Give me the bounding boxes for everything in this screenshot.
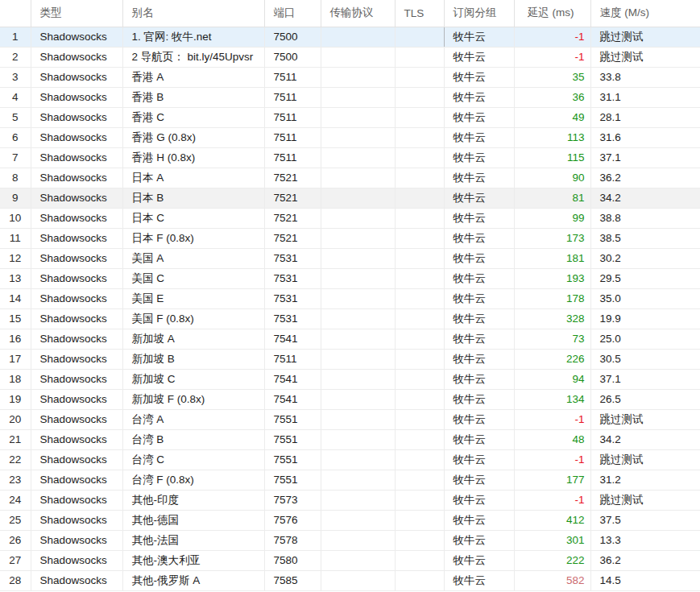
cell-latency: 36 [514, 87, 590, 107]
cell-type: Shadowsocks [31, 570, 122, 590]
table-row[interactable]: 11Shadowsocks日本 F (0.8x)7521牧牛云17338.5 [0, 228, 700, 248]
cell-type: Shadowsocks [31, 127, 122, 147]
column-header-transport[interactable]: 传输协议 [321, 0, 395, 27]
cell-port: 7551 [264, 429, 321, 449]
cell-transport [321, 530, 395, 550]
table-row[interactable]: 14Shadowsocks美国 E7531牧牛云17835.0 [0, 288, 700, 308]
cell-transport [321, 87, 395, 107]
cell-type: Shadowsocks [31, 449, 122, 470]
column-header-tls[interactable]: TLS [395, 0, 444, 27]
cell-index: 15 [0, 308, 31, 329]
cell-alias: 1. 官网: 牧牛.net [122, 27, 264, 47]
cell-speed: 36.2 [590, 550, 700, 570]
cell-port: 7521 [264, 208, 321, 228]
table-row[interactable]: 24Shadowsocks其他-印度7573牧牛云-1跳过测试 [0, 490, 700, 510]
column-header-speed[interactable]: 速度 (M/s) [590, 0, 700, 27]
cell-transport [321, 349, 395, 369]
cell-speed: 跳过测试 [590, 490, 700, 510]
cell-index: 24 [0, 490, 31, 510]
cell-transport [321, 449, 395, 470]
column-header-group[interactable]: 订阅分组 [444, 0, 514, 27]
table-row[interactable]: 26Shadowsocks其他-法国7578牧牛云30113.3 [0, 530, 700, 550]
cell-type: Shadowsocks [31, 490, 122, 510]
table-row[interactable]: 18Shadowsocks新加坡 C7541牧牛云9437.1 [0, 369, 700, 389]
cell-index: 11 [0, 228, 31, 248]
cell-transport [321, 409, 395, 429]
cell-index: 17 [0, 349, 31, 369]
cell-port: 7511 [264, 107, 321, 127]
cell-tls [395, 67, 444, 87]
table-row[interactable]: 4Shadowsocks香港 B7511牧牛云3631.1 [0, 87, 700, 107]
table-row[interactable]: 21Shadowsocks台湾 B7551牧牛云4834.2 [0, 429, 700, 449]
cell-speed: 26.5 [590, 389, 700, 409]
table-row[interactable]: 13Shadowsocks美国 C7531牧牛云19329.5 [0, 268, 700, 288]
cell-speed: 38.8 [590, 208, 700, 228]
cell-index: 22 [0, 449, 31, 470]
cell-tls [395, 369, 444, 389]
cell-tls [395, 510, 444, 530]
table-row[interactable]: 8Shadowsocks日本 A7521牧牛云9036.2 [0, 168, 700, 188]
table-row[interactable]: 17Shadowsocks新加坡 B7511牧牛云22630.5 [0, 349, 700, 369]
table-row[interactable]: 22Shadowsocks台湾 C7551牧牛云-1跳过测试 [0, 449, 700, 470]
column-header-alias[interactable]: 别名 [122, 0, 264, 27]
table-row[interactable]: 7Shadowsocks香港 H (0.8x)7511牧牛云11537.1 [0, 147, 700, 168]
cell-tls [395, 490, 444, 510]
column-header-latency[interactable]: 延迟 (ms) [514, 0, 590, 27]
table-row[interactable]: 12Shadowsocks美国 A7531牧牛云18130.2 [0, 248, 700, 268]
cell-port: 7521 [264, 168, 321, 188]
cell-index: 2 [0, 47, 31, 67]
cell-index: 16 [0, 329, 31, 349]
cell-alias: 美国 E [122, 288, 264, 308]
cell-port: 7576 [264, 510, 321, 530]
table-row[interactable]: 20Shadowsocks台湾 A7551牧牛云-1跳过测试 [0, 409, 700, 429]
cell-speed: 38.5 [590, 228, 700, 248]
table-row[interactable]: 28Shadowsocks其他-俄罗斯 A7585牧牛云58214.5 [0, 570, 700, 590]
cell-type: Shadowsocks [31, 308, 122, 329]
cell-type: Shadowsocks [31, 107, 122, 127]
table-row[interactable]: 5Shadowsocks香港 C7511牧牛云4928.1 [0, 107, 700, 127]
cell-alias: 新加坡 C [122, 369, 264, 389]
table-body: 1Shadowsocks1. 官网: 牧牛.net7500牧牛云-1跳过测试2S… [0, 27, 700, 590]
cell-group: 牧牛云 [444, 570, 514, 590]
table-row[interactable]: 3Shadowsocks香港 A7511牧牛云3533.8 [0, 67, 700, 87]
cell-speed: 31.6 [590, 127, 700, 147]
cell-group: 牧牛云 [444, 127, 514, 147]
cell-index: 19 [0, 389, 31, 409]
table-row[interactable]: 10Shadowsocks日本 C7521牧牛云9938.8 [0, 208, 700, 228]
cell-alias: 新加坡 A [122, 329, 264, 349]
cell-transport [321, 67, 395, 87]
cell-type: Shadowsocks [31, 470, 122, 490]
cell-tls [395, 449, 444, 470]
cell-type: Shadowsocks [31, 27, 122, 47]
cell-alias: 其他-法国 [122, 530, 264, 550]
cell-port: 7580 [264, 550, 321, 570]
cell-port: 7551 [264, 470, 321, 490]
column-header-port[interactable]: 端口 [264, 0, 321, 27]
table-row[interactable]: 23Shadowsocks台湾 F (0.8x)7551牧牛云17731.2 [0, 470, 700, 490]
cell-latency: 81 [514, 188, 590, 208]
cell-alias: 台湾 B [122, 429, 264, 449]
table-row[interactable]: 25Shadowsocks其他-德国7576牧牛云41237.5 [0, 510, 700, 530]
table-row[interactable]: 15Shadowsocks美国 F (0.8x)7531牧牛云32819.9 [0, 308, 700, 329]
table-row[interactable]: 1Shadowsocks1. 官网: 牧牛.net7500牧牛云-1跳过测试 [0, 27, 700, 47]
cell-tls [395, 228, 444, 248]
table-row[interactable]: 2Shadowsocks2 导航页： bit.ly/45Upvsr7500牧牛云… [0, 47, 700, 67]
table-row[interactable]: 6Shadowsocks香港 G (0.8x)7511牧牛云11331.6 [0, 127, 700, 147]
cell-transport [321, 248, 395, 268]
cell-speed: 30.2 [590, 248, 700, 268]
cell-alias: 2 导航页： bit.ly/45Upvsr [122, 47, 264, 67]
table-row[interactable]: 19Shadowsocks新加坡 F (0.8x)7541牧牛云13426.5 [0, 389, 700, 409]
column-header-type[interactable]: 类型 [31, 0, 122, 27]
cell-index: 23 [0, 470, 31, 490]
cell-latency: 48 [514, 429, 590, 449]
cell-transport [321, 127, 395, 147]
cell-latency: 173 [514, 228, 590, 248]
cell-port: 7511 [264, 127, 321, 147]
cell-latency: 90 [514, 168, 590, 188]
cell-port: 7578 [264, 530, 321, 550]
table-row[interactable]: 27Shadowsocks其他-澳大利亚7580牧牛云22236.2 [0, 550, 700, 570]
table-row[interactable]: 16Shadowsocks新加坡 A7541牧牛云7325.0 [0, 329, 700, 349]
table-row[interactable]: 9Shadowsocks日本 B7521牧牛云8134.2 [0, 188, 700, 208]
cell-tls [395, 288, 444, 308]
cell-latency: 178 [514, 288, 590, 308]
